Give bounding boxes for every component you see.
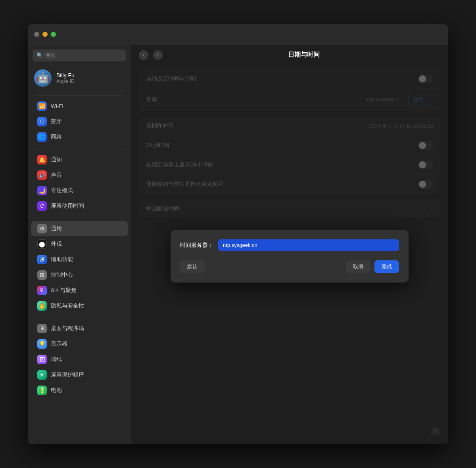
sidebar-item-bluetooth[interactable]: ⬡ 蓝牙 [31, 114, 128, 129]
sidebar-item-wallpaper[interactable]: 🖼 墙纸 [31, 352, 128, 367]
main-content: 🔍 搜索 🤖 Billy Fu Apple ID 📶 [28, 45, 448, 444]
close-button[interactable] [34, 32, 39, 37]
bluetooth-icon: ⬡ [37, 117, 47, 126]
separator-4 [34, 318, 125, 318]
sidebar-label-network: 网络 [51, 134, 62, 141]
sidebar-item-focus[interactable]: 🌙 专注模式 [31, 183, 128, 198]
sidebar-item-general[interactable]: ⚙ 通用 [31, 221, 128, 236]
maximize-button[interactable] [51, 32, 56, 37]
sidebar-item-display[interactable]: 💡 显示器 [31, 336, 128, 351]
user-name: Billy Fu [56, 72, 75, 78]
sidebar-group-hardware: 🖥 桌面与程序坞 💡 显示器 🖼 墙纸 [28, 321, 131, 398]
sidebar-group-system: ⚙ 通用 ⬤ 外观 ♿ 辅助功能 [28, 221, 131, 314]
cancel-button[interactable]: 取消 [346, 260, 370, 273]
sidebar-item-wifi[interactable]: 📶 Wi-Fi [31, 99, 128, 114]
notification-icon: 🔔 [37, 155, 47, 164]
sidebar-label-accessibility: 辅助功能 [51, 256, 73, 263]
sidebar-label-wifi: Wi-Fi [51, 103, 63, 109]
controlcenter-icon: ⊞ [37, 270, 47, 280]
sidebar-item-screensaver[interactable]: ✳ 屏幕保护程序 [31, 367, 128, 382]
battery-icon: 🔋 [37, 386, 47, 395]
sidebar-label-bluetooth: 蓝牙 [51, 118, 62, 125]
focus-icon: 🌙 [37, 186, 47, 195]
sidebar-item-notification[interactable]: 🔔 通知 [31, 152, 128, 167]
sidebar-label-sound: 声音 [51, 172, 62, 179]
dialog-buttons: 默认 取消 完成 [180, 260, 399, 273]
sidebar-item-desktop[interactable]: 🖥 桌面与程序坞 [31, 321, 128, 336]
default-button[interactable]: 默认 [180, 260, 205, 273]
search-bar[interactable]: 🔍 搜索 [33, 50, 126, 61]
sidebar-item-appearance[interactable]: ⬤ 外观 [31, 237, 128, 252]
privacy-icon: 🖐 [37, 301, 47, 311]
sidebar-label-screensaver: 屏幕保护程序 [51, 371, 84, 378]
sidebar-label-wallpaper: 墙纸 [51, 356, 62, 363]
time-server-dialog: 时间服务器： 默认 取消 完成 [171, 230, 409, 283]
sidebar-item-sound[interactable]: 🔊 声音 [31, 168, 128, 183]
user-subtitle: Apple ID [56, 78, 75, 84]
minimize-button[interactable] [42, 32, 48, 37]
search-placeholder: 搜索 [45, 52, 56, 59]
separator-2 [34, 149, 125, 149]
user-profile[interactable]: 🤖 Billy Fu Apple ID [28, 66, 131, 93]
sidebar-item-privacy[interactable]: 🖐 隐私与安全性 [31, 298, 128, 313]
sidebar-group-notifications: 🔔 通知 🔊 声音 🌙 专注模式 [28, 152, 131, 214]
sidebar-item-screentime[interactable]: ⏱ 屏幕使用时间 [31, 199, 128, 214]
sidebar-label-notification: 通知 [51, 156, 62, 163]
user-info: Billy Fu Apple ID [56, 72, 75, 84]
screensaver-icon: ✳ [37, 370, 47, 380]
sidebar-item-battery[interactable]: 🔋 电池 [31, 383, 128, 398]
content-area: ‹ › 日期与时间 自动设定时间与日期 [131, 45, 448, 444]
display-icon: 💡 [37, 339, 47, 349]
sidebar-item-controlcenter[interactable]: ⊞ 控制中心 [31, 267, 128, 283]
sidebar-label-focus: 专注模式 [51, 187, 73, 194]
sidebar-group-network: 📶 Wi-Fi ⬡ 蓝牙 🌐 网络 [28, 98, 131, 145]
dialog-overlay: 时间服务器： 默认 取消 完成 [131, 45, 448, 444]
wallpaper-icon: 🖼 [37, 355, 47, 364]
sidebar-label-siri: Siri 与聚焦 [51, 287, 77, 294]
sidebar-label-battery: 电池 [51, 387, 62, 394]
sidebar-label-privacy: 隐私与安全性 [51, 302, 84, 309]
right-buttons: 取消 完成 [346, 260, 399, 273]
titlebar [28, 24, 448, 45]
avatar: 🤖 [34, 69, 52, 87]
sidebar-item-siri[interactable]: 🎙 Siri 与聚焦 [31, 283, 128, 298]
time-server-input[interactable] [218, 239, 399, 251]
separator-3 [34, 218, 125, 218]
sidebar-label-appearance: 外观 [51, 241, 62, 248]
accessibility-icon: ♿ [37, 255, 47, 264]
search-icon: 🔍 [36, 52, 43, 58]
network-icon: 🌐 [37, 132, 47, 142]
sidebar-label-desktop: 桌面与程序坞 [51, 325, 84, 332]
appearance-icon: ⬤ [37, 239, 47, 249]
desktop-icon: 🖥 [37, 324, 47, 333]
sidebar-label-general: 通用 [51, 225, 62, 232]
sidebar: 🔍 搜索 🤖 Billy Fu Apple ID 📶 [28, 45, 131, 444]
dialog-content: 时间服务器： [180, 239, 399, 251]
sound-icon: 🔊 [37, 170, 47, 180]
general-icon: ⚙ [37, 224, 47, 233]
sidebar-label-controlcenter: 控制中心 [51, 271, 73, 279]
main-window: 🔍 搜索 🤖 Billy Fu Apple ID 📶 [28, 24, 448, 444]
separator-1 [34, 96, 125, 96]
sidebar-item-accessibility[interactable]: ♿ 辅助功能 [31, 252, 128, 267]
wifi-icon: 📶 [37, 101, 47, 111]
dialog-row: 时间服务器： [180, 239, 399, 251]
sidebar-item-network[interactable]: 🌐 网络 [31, 130, 128, 145]
traffic-lights [34, 32, 56, 37]
dialog-label: 时间服务器： [180, 242, 213, 249]
sidebar-label-display: 显示器 [51, 340, 67, 348]
siri-icon: 🎙 [37, 286, 47, 295]
sidebar-label-screentime: 屏幕使用时间 [51, 202, 84, 210]
screentime-icon: ⏱ [37, 201, 47, 211]
confirm-button[interactable]: 完成 [374, 260, 399, 273]
